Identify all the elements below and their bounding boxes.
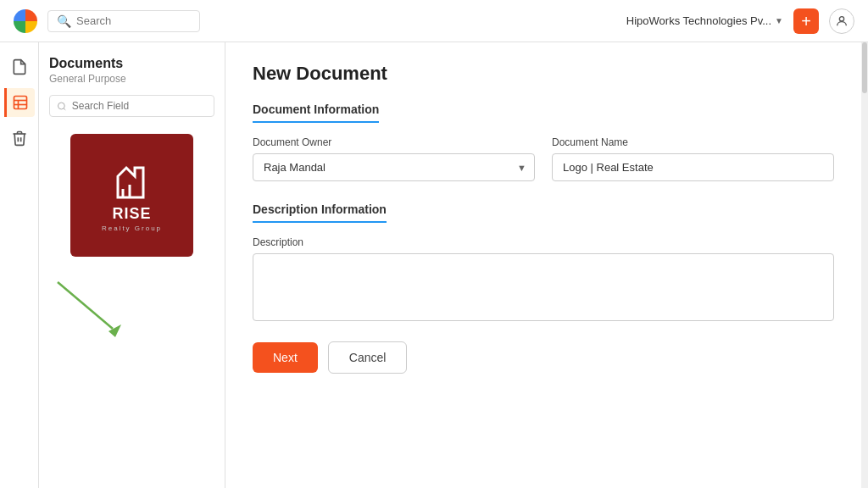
arrow-svg	[41, 274, 142, 341]
sidebar-item-trash[interactable]	[5, 124, 34, 152]
desc-label: Description	[253, 236, 834, 248]
svg-line-10	[58, 282, 113, 329]
panel-search-input[interactable]	[72, 100, 207, 112]
scrollbar-thumb[interactable]	[862, 42, 867, 93]
sidebar-item-documents[interactable]	[5, 53, 34, 81]
user-avatar[interactable]	[829, 8, 854, 34]
scrollbar[interactable]	[861, 42, 868, 488]
next-button[interactable]: Next	[253, 342, 318, 373]
doc-owner-select[interactable]: Raja Mandal	[253, 153, 535, 181]
panel-search-icon	[57, 101, 67, 112]
search-input[interactable]	[76, 14, 195, 27]
add-button[interactable]: +	[793, 8, 819, 34]
main-layout: Documents General Purpose RISE Realty Gr…	[0, 42, 868, 488]
doc-info-section: Document Information Document Owner Raja…	[253, 102, 834, 181]
scrollbar-track	[862, 42, 867, 488]
header-right: HipoWorks Technologies Pv... ▼ +	[626, 8, 854, 34]
desc-textarea[interactable]	[253, 253, 834, 321]
doc-name-label: Document Name	[552, 136, 834, 148]
desc-group: Description	[253, 236, 834, 321]
doc-info-section-title: Document Information	[253, 103, 379, 123]
left-panel: Documents General Purpose RISE Realty Gr…	[39, 42, 225, 488]
page-title: New Document	[253, 63, 834, 85]
app-logo	[14, 9, 37, 33]
panel-subtitle: General Purpose	[49, 73, 214, 85]
doc-name-input[interactable]	[552, 153, 834, 181]
doc-name-group: Document Name	[552, 136, 834, 181]
doc-owner-select-wrapper[interactable]: Raja Mandal ▼	[253, 153, 535, 181]
rise-logo: RISE Realty Group	[102, 159, 162, 232]
desc-info-section: Description Information Description	[253, 202, 834, 321]
panel-title: Documents	[49, 56, 214, 71]
form-actions: Next Cancel	[253, 341, 834, 374]
doc-owner-label: Document Owner	[253, 136, 535, 148]
company-name: HipoWorks Technologies Pv... ▼	[626, 14, 783, 27]
sidebar-item-active-doc[interactable]	[4, 88, 35, 117]
doc-info-row: Document Owner Raja Mandal ▼ Document Na…	[253, 136, 834, 181]
document-thumbnail: RISE Realty Group	[70, 134, 193, 257]
search-box[interactable]: 🔍	[47, 10, 200, 32]
sidebar-icons	[0, 42, 39, 488]
svg-rect-1	[14, 97, 27, 109]
svg-point-0	[839, 16, 843, 20]
cancel-button[interactable]: Cancel	[328, 341, 408, 374]
doc-owner-group: Document Owner Raja Mandal ▼	[253, 136, 535, 181]
header-left: 🔍	[14, 9, 200, 33]
arrow-annotation	[49, 274, 214, 341]
chevron-down-icon: ▼	[775, 16, 783, 25]
desc-section-title: Description Information	[253, 202, 387, 223]
svg-line-6	[64, 108, 65, 109]
panel-search[interactable]	[49, 95, 214, 117]
svg-point-5	[58, 103, 64, 109]
rise-sub-text: Realty Group	[102, 225, 162, 232]
top-header: 🔍 HipoWorks Technologies Pv... ▼ +	[0, 0, 868, 42]
search-icon: 🔍	[57, 14, 71, 28]
rise-brand-text: RISE	[112, 205, 151, 223]
right-content: New Document Document Information Docume…	[225, 42, 861, 488]
panel-header: Documents General Purpose	[49, 56, 214, 85]
rise-building-icon	[109, 159, 153, 203]
